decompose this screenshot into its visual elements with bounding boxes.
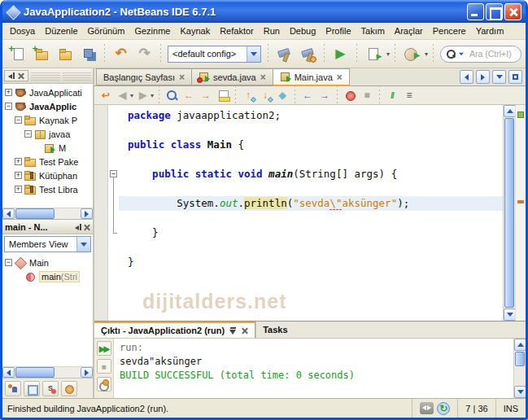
maximize-button[interactable] xyxy=(486,3,503,20)
open-project-button[interactable] xyxy=(54,43,76,65)
tree-item-javaapplicati[interactable]: +JavaApplicati xyxy=(2,85,93,99)
search-input[interactable] xyxy=(469,49,520,59)
show-non-public-members-button[interactable] xyxy=(61,381,77,396)
tree-item-m[interactable]: M xyxy=(2,141,93,155)
close-tab-icon[interactable]: × xyxy=(337,73,343,81)
tree-item-javaapplic[interactable]: −JavaApplic xyxy=(2,99,93,113)
collapse-icon[interactable]: − xyxy=(5,259,12,266)
scroll-up-icon[interactable] xyxy=(514,339,526,351)
rerun-button[interactable]: ▶▶ xyxy=(97,341,111,356)
shift-line-right-button[interactable]: → xyxy=(316,87,333,103)
last-edit-location-button[interactable]: ↩ xyxy=(98,87,114,103)
expand-icon[interactable]: + xyxy=(5,89,12,96)
menu-ara-lar[interactable]: Araçlar xyxy=(390,24,428,37)
tab-main-java[interactable]: Main.java× xyxy=(273,68,350,86)
minimize-pane-icon[interactable] xyxy=(8,72,15,79)
build-button[interactable] xyxy=(273,43,295,65)
dropdown-arrow-icon[interactable]: ▾ xyxy=(130,92,133,99)
menu-kaynak[interactable]: Kaynak xyxy=(175,24,215,37)
maximize-editor-icon[interactable] xyxy=(508,70,522,84)
close-window-icon[interactable] xyxy=(242,327,248,334)
uncomment-button[interactable]: ≡ xyxy=(401,87,417,103)
no-errors-indicator[interactable] xyxy=(517,112,524,118)
new-project-button[interactable]: + xyxy=(30,43,52,65)
dropdown-arrow-icon[interactable]: ▾ xyxy=(386,50,390,58)
expand-icon[interactable]: + xyxy=(15,172,22,179)
collapse-icon[interactable]: − xyxy=(24,130,32,138)
back-button[interactable]: ◀▾ xyxy=(115,87,134,103)
menu-g-r-n-m[interactable]: Görünüm xyxy=(83,24,130,37)
fold-collapse-icon[interactable]: − xyxy=(110,170,117,177)
collapse-icon[interactable]: − xyxy=(5,103,12,110)
projects-horizontal-scrollbar[interactable] xyxy=(2,208,93,219)
menu-yard-m[interactable]: Yardım xyxy=(471,24,509,37)
combo-arrow-icon[interactable] xyxy=(76,237,90,252)
menu-profile[interactable]: Profile xyxy=(321,24,356,37)
search-dropdown-icon[interactable] xyxy=(459,52,464,55)
redo-button[interactable]: ↷ xyxy=(133,43,155,65)
tree-item-javaa[interactable]: −javaa xyxy=(2,127,93,141)
show-static-members-button[interactable]: S xyxy=(42,381,59,396)
tab-ba-lang-sayfas[interactable]: Başlangıç Sayfası× xyxy=(96,68,192,85)
tab-output[interactable]: Çıktı - JavaApplication2 (run) xyxy=(94,322,255,338)
menu-run[interactable]: Run xyxy=(259,24,285,37)
tree-item-main[interactable]: −Main xyxy=(2,256,93,269)
scroll-up-icon[interactable] xyxy=(504,105,516,117)
previous-bookmark-button[interactable]: ↑ xyxy=(240,87,256,103)
menu-debug[interactable]: Debug xyxy=(285,24,321,37)
scroll-down-icon[interactable] xyxy=(514,386,526,398)
shift-line-left-button[interactable]: ← xyxy=(299,87,316,103)
scrollbar-thumb[interactable] xyxy=(504,118,514,308)
toggle-highlight-button[interactable] xyxy=(215,87,231,103)
find-previous-button[interactable]: ← xyxy=(181,87,197,103)
scroll-right-icon[interactable] xyxy=(81,208,93,219)
scroll-right-icon[interactable] xyxy=(81,367,93,378)
debug-button[interactable]: ▶ xyxy=(362,43,384,65)
code-editor[interactable]: package javaapplication2; public class M… xyxy=(119,105,503,321)
find-selection-button[interactable] xyxy=(164,87,180,103)
expand-icon[interactable]: + xyxy=(15,186,22,193)
new-file-button[interactable]: + xyxy=(7,43,28,65)
dropdown-arrow-icon[interactable]: ▾ xyxy=(425,50,428,58)
minimize-window-icon[interactable] xyxy=(229,327,237,335)
dropdown-arrow-icon[interactable]: ▾ xyxy=(151,92,154,99)
stop-macro-recording-button[interactable]: ■ xyxy=(359,87,375,103)
scroll-tabs-right-icon[interactable] xyxy=(476,70,490,84)
navigator-horizontal-scrollbar[interactable] xyxy=(2,366,93,378)
output-vertical-scrollbar[interactable] xyxy=(513,339,526,398)
show-inherited-members-button[interactable] xyxy=(5,381,21,396)
save-all-button[interactable] xyxy=(77,43,99,65)
tree-item-test-libra[interactable]: +Test Libra xyxy=(2,182,93,196)
close-tab-icon[interactable]: × xyxy=(179,73,185,81)
update-center-icon[interactable]: ↻ xyxy=(437,402,450,415)
scrollbar-thumb[interactable] xyxy=(515,352,525,366)
menu-d-zenle[interactable]: Düzenle xyxy=(40,24,82,37)
forward-button[interactable]: ▶▾ xyxy=(135,87,155,103)
ant-settings-button[interactable] xyxy=(97,377,111,392)
close-tab-icon[interactable]: × xyxy=(260,73,266,81)
editor-navigation-icon[interactable] xyxy=(420,402,434,414)
menu-refaktor[interactable]: Refaktor xyxy=(215,24,259,37)
stop-button[interactable]: ■ xyxy=(97,359,111,374)
clean-and-build-button[interactable] xyxy=(297,43,319,65)
tab-sevda-java[interactable]: sevda.java× xyxy=(192,68,273,85)
minimize-pane-icon[interactable] xyxy=(75,224,81,230)
close-pane-icon[interactable] xyxy=(84,224,90,230)
scroll-left-icon[interactable] xyxy=(2,367,15,378)
expand-icon[interactable]: + xyxy=(15,158,22,165)
menu-tak-m[interactable]: Takım xyxy=(356,24,390,37)
minimize-button[interactable] xyxy=(467,3,484,20)
next-bookmark-button[interactable]: ↓ xyxy=(257,87,273,103)
scrollbar-thumb[interactable] xyxy=(15,208,55,219)
collapse-icon[interactable]: − xyxy=(15,116,22,124)
scroll-left-icon[interactable] xyxy=(2,208,15,219)
quick-search-box[interactable] xyxy=(440,46,521,63)
combo-arrow-icon[interactable] xyxy=(247,46,260,62)
output-console[interactable]: run:sevda"aksüngerBUILD SUCCESSFUL (tota… xyxy=(114,339,513,398)
scroll-tabs-left-icon[interactable] xyxy=(460,70,473,84)
projects-pane-tab[interactable] xyxy=(4,70,28,81)
tree-item-k-t-phan[interactable]: +Kütüphan xyxy=(2,168,93,182)
scroll-down-icon[interactable] xyxy=(504,308,516,321)
comment-button[interactable]: // xyxy=(384,87,400,103)
toggle-bookmark-button[interactable]: ◆ xyxy=(274,87,290,103)
